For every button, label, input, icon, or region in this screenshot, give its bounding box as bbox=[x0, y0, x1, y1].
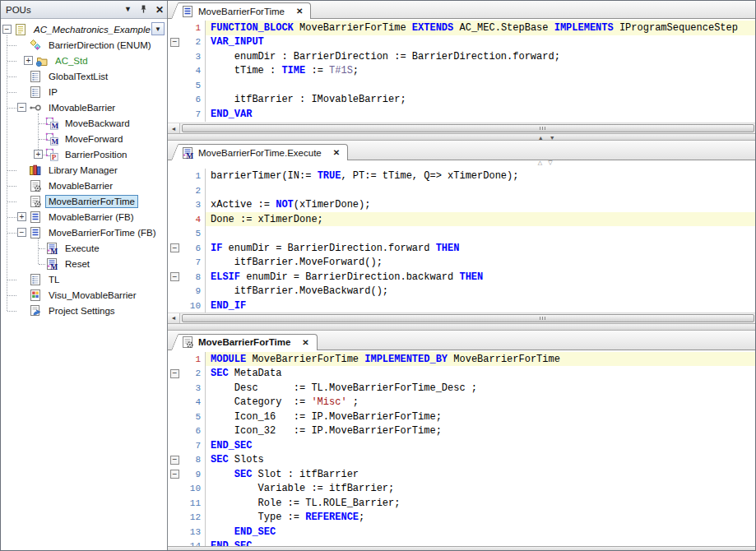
fold-collapse-icon[interactable]: − bbox=[170, 38, 179, 47]
code-editor-execute[interactable]: 1barrierTimer(IN:= TRUE, PT:= tTime, Q=>… bbox=[168, 167, 755, 312]
code-text[interactable]: IF enumDir = BarrierDirection.forward TH… bbox=[205, 241, 755, 256]
tree-item-ac-mechatronics-example[interactable]: −AC_Mechatronics_Example▼ bbox=[1, 21, 167, 37]
tree-item-barrierposition[interactable]: +PBarrierPosition bbox=[1, 146, 167, 162]
code-text[interactable]: END_SEC bbox=[205, 525, 755, 539]
code-text[interactable]: Variable := itfBarrier; bbox=[205, 481, 755, 496]
code-editor-declaration[interactable]: 1FUNCTION_BLOCK MoveBarrierForTime EXTEN… bbox=[168, 19, 755, 123]
panel-close-icon[interactable]: ✕ bbox=[155, 5, 164, 15]
tab-close-icon[interactable]: ✕ bbox=[302, 338, 308, 347]
tree-item-imovablebarrier[interactable]: −IMovableBarrier bbox=[1, 100, 167, 115]
code-line-8: −8SEC Slots bbox=[168, 452, 755, 467]
code-text[interactable]: Desc := TL.MoveBarrierForTime_Desc ; bbox=[205, 381, 755, 396]
tree-item-movebarrierfortime[interactable]: MoveBarrierForTime bbox=[1, 193, 167, 209]
tab-close-icon[interactable]: ✕ bbox=[296, 7, 303, 16]
collapse-minus-icon[interactable]: − bbox=[17, 103, 26, 112]
collapse-minus-icon[interactable]: − bbox=[2, 25, 12, 34]
scroll-left-icon[interactable]: ◄ bbox=[168, 123, 180, 133]
code-text[interactable]: SEC Slot : itfBarrier bbox=[205, 467, 755, 482]
tree-item-ip[interactable]: IP bbox=[1, 84, 167, 100]
tree-item-movebackward[interactable]: MMoveBackward bbox=[1, 115, 167, 131]
code-editor-module[interactable]: 1MODULE MoveBarrierForTime IMPLEMENTED_B… bbox=[168, 350, 755, 546]
code-text[interactable]: barrierTimer(IN:= TRUE, PT:= tTime, Q=> … bbox=[205, 169, 755, 183]
tab-label: MoveBarrierForTime.Execute bbox=[198, 148, 322, 158]
tree-item-barrierdirection-enum[interactable]: BarrierDirection (ENUM) bbox=[1, 37, 167, 53]
line-number: 9 bbox=[182, 286, 205, 296]
code-text[interactable]: END_SEC bbox=[205, 539, 755, 546]
tree-item-ac-std[interactable]: +AC_Std bbox=[1, 53, 167, 68]
tree-indent bbox=[17, 72, 26, 81]
tree-item-tl[interactable]: TL bbox=[1, 271, 167, 287]
splitter-down-icon[interactable]: ▽ bbox=[548, 160, 558, 165]
code-text[interactable]: SEC Slots bbox=[205, 452, 755, 467]
code-text[interactable]: END_SEC bbox=[205, 438, 755, 453]
pane-splitter[interactable]: ▲▼ bbox=[168, 133, 755, 141]
horizontal-scrollbar[interactable]: ◄ bbox=[168, 313, 755, 323]
tab-movebarrierfortime-module[interactable]: MoveBarrierForTime ✕ bbox=[179, 334, 318, 350]
fold-collapse-icon[interactable]: − bbox=[170, 369, 179, 378]
tree-item-library-manager[interactable]: Library Manager bbox=[1, 162, 167, 178]
code-text[interactable]: enumDir : BarrierDirection := BarrierDir… bbox=[205, 49, 755, 64]
fold-collapse-icon[interactable]: − bbox=[170, 272, 179, 281]
tree-item-execute[interactable]: MExecute bbox=[1, 240, 167, 256]
splitter-up-icon[interactable]: ▲ bbox=[538, 135, 550, 141]
tree-item-moveforward[interactable]: MMoveForward bbox=[1, 131, 167, 146]
tree-item-movablebarrier[interactable]: MovableBarrier bbox=[1, 178, 167, 193]
tab-close-icon[interactable]: ✕ bbox=[333, 148, 340, 157]
code-text[interactable] bbox=[205, 226, 755, 241]
expand-plus-icon[interactable]: + bbox=[17, 212, 26, 221]
fold-collapse-icon[interactable]: − bbox=[170, 456, 179, 465]
tree-indent bbox=[17, 306, 26, 315]
code-text[interactable]: ELSIF enumDir = BarrierDirection.backwar… bbox=[205, 270, 755, 285]
code-text[interactable]: Icon_16 := IP.MoveBarrierForTime; bbox=[205, 410, 755, 424]
tab-movebarrierfortime[interactable]: MoveBarrierForTime ✕ bbox=[179, 2, 311, 19]
fold-collapse-icon[interactable]: − bbox=[170, 243, 179, 252]
line-number: 6 bbox=[182, 243, 205, 253]
code-text[interactable]: END_IF bbox=[205, 299, 755, 313]
pou-tree: −AC_Mechatronics_Example▼BarrierDirectio… bbox=[1, 19, 167, 550]
splitter-up-icon[interactable]: △ bbox=[538, 160, 548, 165]
tree-item-project-settings[interactable]: Project Settings bbox=[1, 303, 167, 318]
root-dropdown-button[interactable]: ▼ bbox=[151, 22, 165, 35]
pou-icon bbox=[29, 211, 42, 224]
code-text[interactable]: END_VAR bbox=[205, 107, 755, 122]
scroll-left-icon[interactable]: ◄ bbox=[168, 313, 180, 323]
scrollbar-thumb[interactable] bbox=[182, 124, 754, 132]
line-number: 11 bbox=[182, 498, 205, 508]
expand-plus-icon[interactable]: + bbox=[34, 150, 43, 159]
tree-item-label: MoveBarrierForTime bbox=[45, 195, 138, 208]
code-text[interactable]: MODULE MoveBarrierForTime IMPLEMENTED_BY… bbox=[205, 352, 755, 367]
code-text[interactable]: Role := TL.ROLE_Barrier; bbox=[205, 496, 755, 511]
tab-movebarrierfortime-execute[interactable]: M MoveBarrierForTime.Execute ✕ bbox=[179, 144, 348, 160]
tree-item-visu-movablebarrier[interactable]: Visu_MovableBarrier bbox=[1, 287, 167, 303]
horizontal-scrollbar[interactable]: ◄ bbox=[168, 123, 755, 133]
fold-collapse-icon[interactable]: − bbox=[170, 470, 179, 479]
tree-item-movebarrierfortime-fb[interactable]: −MoveBarrierForTime (FB) bbox=[1, 225, 167, 240]
code-text[interactable]: Category := 'Misc' ; bbox=[205, 395, 755, 410]
code-text[interactable]: itfBarrier.MoveForward(); bbox=[205, 255, 755, 270]
splitter-down-icon[interactable]: ▼ bbox=[550, 135, 561, 141]
code-text[interactable]: tTime : TIME := T#1S; bbox=[205, 64, 755, 79]
code-text[interactable]: Done := xTimerDone; bbox=[205, 212, 755, 227]
code-text[interactable]: SEC MetaData bbox=[205, 366, 755, 381]
code-text[interactable]: VAR_INPUT bbox=[205, 35, 755, 50]
collapse-minus-icon[interactable]: − bbox=[17, 228, 26, 237]
pin-icon[interactable] bbox=[139, 4, 148, 16]
tree-item-reset[interactable]: MReset bbox=[1, 256, 167, 271]
code-text[interactable]: Type := REFERENCE; bbox=[205, 510, 755, 525]
code-text[interactable]: xActive := NOT(xTimerDone); bbox=[205, 197, 755, 212]
expand-plus-icon[interactable]: + bbox=[24, 56, 33, 65]
line-number: 1 bbox=[182, 171, 205, 181]
code-text[interactable] bbox=[205, 78, 755, 93]
code-text[interactable] bbox=[205, 183, 755, 198]
code-text[interactable]: itfBarrier.MoveBackward(); bbox=[205, 284, 755, 299]
tree-item-globaltextlist[interactable]: GlobalTextList bbox=[1, 68, 167, 84]
pane-splitter[interactable] bbox=[168, 323, 755, 331]
horizontal-scrollbar-partial[interactable] bbox=[168, 546, 755, 550]
code-text[interactable]: Icon_32 := IP.MoveBarrierForTime; bbox=[205, 424, 755, 438]
code-line-4: 4 tTime : TIME := T#1S; bbox=[168, 64, 755, 79]
scrollbar-thumb[interactable] bbox=[182, 314, 754, 322]
panel-menu-chevron-down-icon[interactable]: ▼ bbox=[124, 6, 132, 13]
tree-item-movablebarrier-fb[interactable]: +MovableBarrier (FB) bbox=[1, 209, 167, 225]
code-text[interactable]: FUNCTION_BLOCK MoveBarrierForTime EXTEND… bbox=[205, 21, 755, 35]
code-text[interactable]: itfBarrier : IMovableBarrier; bbox=[205, 93, 755, 108]
